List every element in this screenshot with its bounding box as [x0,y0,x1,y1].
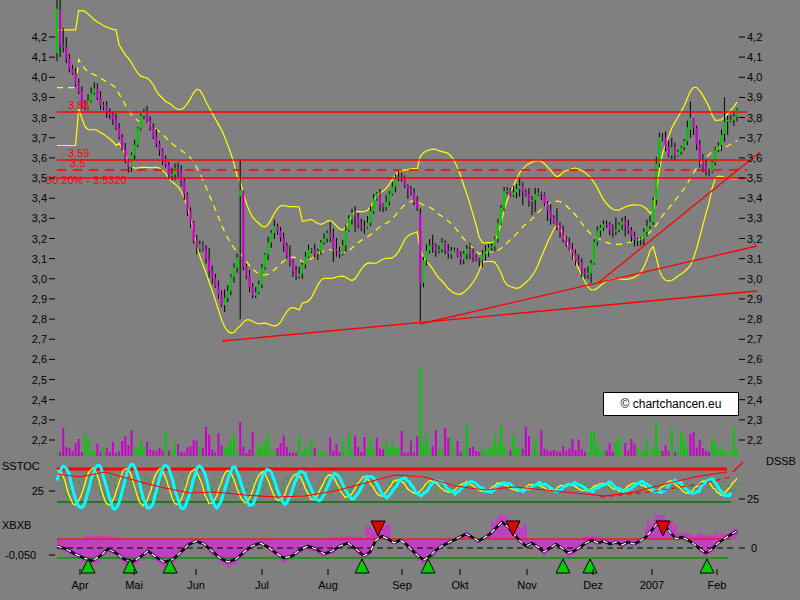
svg-text:3,5: 3,5 [747,172,762,184]
svg-text:Jul: Jul [255,579,269,591]
xbxb-left-level-label: -0,050 [5,550,36,561]
sstoc-panel-label: SSTOC [2,461,40,472]
svg-text:4,0: 4,0 [747,71,762,83]
watermark-text: © chartchancen.eu [621,397,722,411]
svg-text:3,9: 3,9 [747,91,762,103]
svg-text:4,2: 4,2 [747,31,762,43]
svg-text:3,2: 3,2 [32,233,47,245]
svg-text:4,1: 4,1 [32,51,47,63]
svg-text:3,1: 3,1 [32,253,47,265]
svg-text:3,0: 3,0 [747,273,762,285]
svg-text:3,5: 3,5 [32,172,47,184]
sstoc-panel [57,462,743,509]
svg-text:3,6: 3,6 [32,152,47,164]
watermark: © chartchancen.eu [603,392,739,416]
svg-text:2,4: 2,4 [32,394,47,406]
svg-text:2,8: 2,8 [32,313,47,325]
price-chart-svg: 3.833.5930.20% - 3.53203.54,24,24,14,14,… [0,0,800,600]
svg-text:2,4: 2,4 [747,394,762,406]
xbxb-right-level-label: 0 [751,543,757,554]
svg-text:Mai: Mai [125,579,143,591]
svg-text:3,0: 3,0 [32,273,47,285]
svg-text:3,6: 3,6 [747,152,762,164]
svg-text:3,2: 3,2 [747,233,762,245]
xbxb-panel-label: XBXB [2,520,31,531]
svg-text:2,2: 2,2 [32,434,47,446]
svg-text:Aug: Aug [318,579,338,591]
svg-text:2,2: 2,2 [747,434,762,446]
sstoc-left-level-label: 25 [22,486,44,497]
svg-text:3,4: 3,4 [747,192,762,204]
svg-text:2,7: 2,7 [32,333,47,345]
svg-text:Sep: Sep [392,579,412,591]
svg-text:2,3: 2,3 [747,414,762,426]
svg-text:Okt: Okt [451,579,468,591]
svg-text:3,9: 3,9 [32,91,47,103]
xbxb-panel [57,515,737,568]
svg-text:2,9: 2,9 [747,293,762,305]
bollinger-bands [57,11,737,334]
svg-text:Apr: Apr [71,579,88,591]
svg-text:2,5: 2,5 [747,374,762,386]
svg-text:3,8: 3,8 [747,112,762,124]
chart-stage: 3.833.5930.20% - 3.53203.54,24,24,14,14,… [0,0,800,600]
svg-text:Feb: Feb [708,579,727,591]
svg-text:Jun: Jun [187,579,205,591]
svg-text:3,1: 3,1 [747,253,762,265]
dssb-panel-label: DSSB [766,456,796,467]
price-levels: 3.833.5930.20% - 3.53203.5 [46,99,747,186]
svg-text:3,3: 3,3 [747,212,762,224]
svg-text:3,4: 3,4 [32,192,47,204]
svg-text:3.5: 3.5 [70,157,85,169]
svg-text:2,5: 2,5 [32,374,47,386]
svg-text:4,1: 4,1 [747,51,762,63]
svg-text:2,7: 2,7 [747,333,762,345]
svg-text:2,9: 2,9 [32,293,47,305]
svg-text:2007: 2007 [640,579,664,591]
svg-text:3,8: 3,8 [32,112,47,124]
svg-text:4,0: 4,0 [32,71,47,83]
svg-text:2,8: 2,8 [747,313,762,325]
svg-text:3,7: 3,7 [32,132,47,144]
sstoc-right-level-label: 25 [747,494,759,505]
svg-text:Nov: Nov [517,579,537,591]
trendlines [222,152,760,341]
svg-text:4,2: 4,2 [32,31,47,43]
svg-text:30.20% - 3.5320: 30.20% - 3.5320 [46,174,127,186]
svg-text:3.83: 3.83 [68,99,89,111]
svg-text:3,7: 3,7 [747,132,762,144]
svg-text:Dez: Dez [583,579,603,591]
svg-text:2,3: 2,3 [32,414,47,426]
svg-text:3,3: 3,3 [32,212,47,224]
svg-text:2,6: 2,6 [747,353,762,365]
svg-text:2,6: 2,6 [32,353,47,365]
